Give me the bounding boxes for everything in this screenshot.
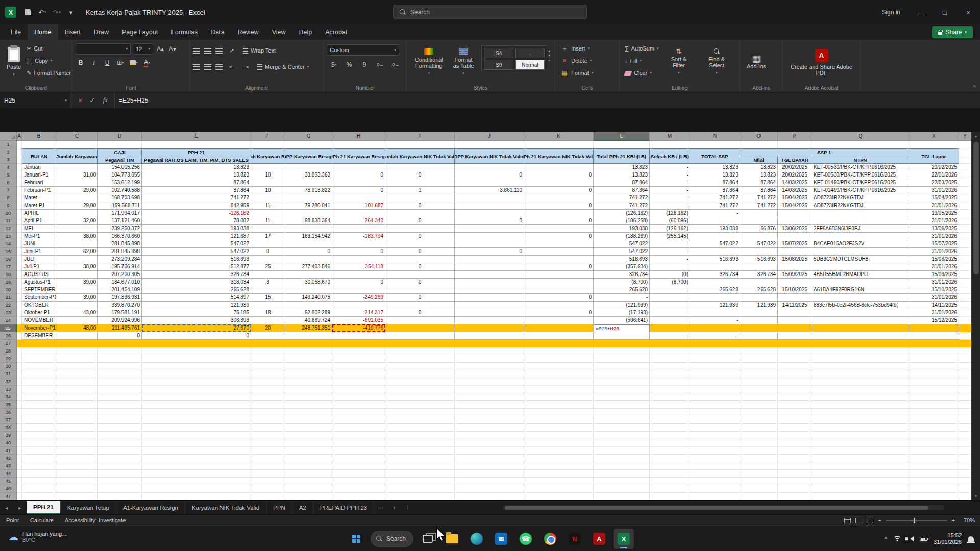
cell-P5[interactable]: 20/02/2025 [778, 171, 812, 179]
zoom-out-icon[interactable]: − [878, 517, 881, 523]
column-header-K[interactable]: K [524, 132, 594, 141]
style-chip-s9[interactable]: S9 [484, 60, 513, 70]
cell-H11[interactable]: -264.340 [332, 217, 385, 225]
cancel-icon[interactable]: × [75, 96, 86, 105]
cell-C13[interactable]: 38,00 [56, 233, 98, 240]
cell-O26[interactable] [740, 332, 778, 340]
row-header-27[interactable]: 27 [0, 340, 17, 347]
cell-E19[interactable]: 318.034 [142, 279, 251, 286]
cell-I19[interactable]: 0 [385, 279, 455, 286]
cell-I16[interactable] [385, 256, 455, 263]
cell-F14[interactable] [251, 240, 285, 248]
cell-D8[interactable]: 168.703.698 [98, 194, 142, 202]
cell-N16[interactable]: 516.693 [690, 256, 740, 263]
cell-M7[interactable]: - [650, 187, 690, 194]
cell-M16[interactable]: - [650, 256, 690, 263]
cell-I9[interactable]: 0 [385, 202, 455, 210]
sheet-tab-a1-karyawan-resign[interactable]: A1-Karyawan Resign [116, 501, 185, 514]
fill-color-icon[interactable]: ▾ [129, 58, 139, 68]
cell-H20[interactable] [332, 286, 385, 294]
column-header-E[interactable]: E [142, 132, 251, 141]
cell-L6[interactable]: 87.864 [594, 179, 650, 187]
cell-G21[interactable]: 149.240.075 [285, 294, 332, 302]
cell-N10[interactable]: - [690, 210, 740, 217]
cell-G9[interactable]: 79.280.041 [285, 202, 332, 210]
row-header-41[interactable]: 41 [0, 447, 17, 455]
cell-G14[interactable] [285, 240, 332, 248]
row-header-5[interactable]: 5 [0, 171, 17, 179]
cell-M15[interactable]: - [650, 248, 690, 256]
accounting-format-icon[interactable]: $▾ [329, 60, 339, 70]
row-header-38[interactable]: 38 [0, 424, 17, 432]
cell-P18[interactable]: 15/09/2025 [778, 271, 812, 279]
cell-D18[interactable]: 207.200.305 [98, 271, 142, 279]
cell-C15[interactable]: 62,00 [56, 248, 98, 256]
cell-G16[interactable] [285, 256, 332, 263]
cell-M14[interactable]: - [650, 240, 690, 248]
cell-E6[interactable]: 87.864 [142, 179, 251, 187]
cell-L26[interactable]: - [594, 332, 650, 340]
cell-X25[interactable] [909, 324, 959, 332]
cell-I18[interactable] [385, 271, 455, 279]
sheet-tab-karyawan-tetap[interactable]: Karyawan Tetap [61, 501, 116, 514]
cell-N17[interactable] [690, 263, 740, 271]
cell-N24[interactable]: - [690, 317, 740, 324]
cell-B16[interactable]: JULI [22, 256, 56, 263]
cell-E21[interactable]: 514.897 [142, 294, 251, 302]
row-header-7[interactable]: 7 [0, 187, 17, 194]
cell-J25[interactable] [455, 324, 524, 332]
cell-E13[interactable]: 121.687 [142, 233, 251, 240]
format-as-table-button[interactable]: Format as Table▾ [449, 42, 479, 82]
cell-G25[interactable]: 248.751.351 [285, 324, 332, 332]
undo-icon[interactable]: ↶▾ [36, 6, 49, 19]
cell-Q14[interactable]: B4CAE015AO2FJS2V [812, 240, 909, 248]
cell-D25[interactable]: 211.495.761 [98, 324, 142, 332]
cell-N5[interactable]: 13.823 [690, 171, 740, 179]
tray-expand-icon[interactable]: ^ [885, 536, 887, 542]
cell-X10[interactable]: 19/05/2025 [909, 210, 959, 217]
column-header-B[interactable]: B [22, 132, 56, 141]
cell-J20[interactable] [455, 286, 524, 294]
cell-N14[interactable]: 547.022 [690, 240, 740, 248]
row-header-34[interactable]: 34 [0, 393, 17, 401]
cell-E20[interactable]: 265.628 [142, 286, 251, 294]
cell-G23[interactable]: 92.802.289 [285, 309, 332, 317]
cell-X20[interactable]: 15/10/2025 [909, 286, 959, 294]
cell-H4[interactable] [332, 164, 385, 171]
cell-F13[interactable]: 17 [251, 233, 285, 240]
cell-H8[interactable] [332, 194, 385, 202]
cell-N8[interactable]: 741.272 [690, 194, 740, 202]
cell-C11[interactable]: 32,00 [56, 217, 98, 225]
cell-F20[interactable] [251, 286, 285, 294]
cell-P25[interactable] [778, 324, 812, 332]
cell-J8[interactable] [455, 194, 524, 202]
cell-L23[interactable]: (17.193) [594, 309, 650, 317]
column-header-D[interactable]: D [98, 132, 142, 141]
enter-icon[interactable]: ✓ [87, 96, 98, 104]
cell-X18[interactable]: 15/09/2025 [909, 271, 959, 279]
row-header-28[interactable]: 28 [0, 347, 17, 355]
cell-G6[interactable] [285, 179, 332, 187]
autosum-button[interactable]: ∑AutoSum▾ [623, 42, 661, 55]
addins-button[interactable]: ▦ Add-ins [743, 42, 769, 82]
merge-center-button[interactable]: Merge & Center▾ [255, 61, 311, 73]
cell-J13[interactable] [455, 233, 524, 240]
cell-J14[interactable] [455, 240, 524, 248]
cell-N6[interactable]: 87.864 [690, 179, 740, 187]
cell-B22[interactable]: OKTOBER [22, 302, 56, 309]
cell-M23[interactable] [650, 309, 690, 317]
decrease-decimal-icon[interactable]: .0→ [390, 60, 400, 70]
tab-splitter-icon[interactable]: ⋮ [401, 501, 414, 514]
cell-D7[interactable]: 102.740.588 [98, 187, 142, 194]
cell-L9[interactable]: 741.272 [594, 202, 650, 210]
format-cells-button[interactable]: ▦Format▾ [558, 67, 595, 79]
gallery-down-icon[interactable]: ▾ [548, 53, 551, 58]
new-sheet-icon[interactable]: + [387, 501, 401, 514]
cell-N12[interactable]: 193.038 [690, 225, 740, 233]
cell-G20[interactable] [285, 286, 332, 294]
cell-I12[interactable] [385, 225, 455, 233]
zoom-slider-knob[interactable] [914, 518, 915, 523]
cell-J5[interactable]: 0 [455, 171, 524, 179]
cell-J23[interactable] [455, 309, 524, 317]
row-header-30[interactable]: 30 [0, 363, 17, 370]
